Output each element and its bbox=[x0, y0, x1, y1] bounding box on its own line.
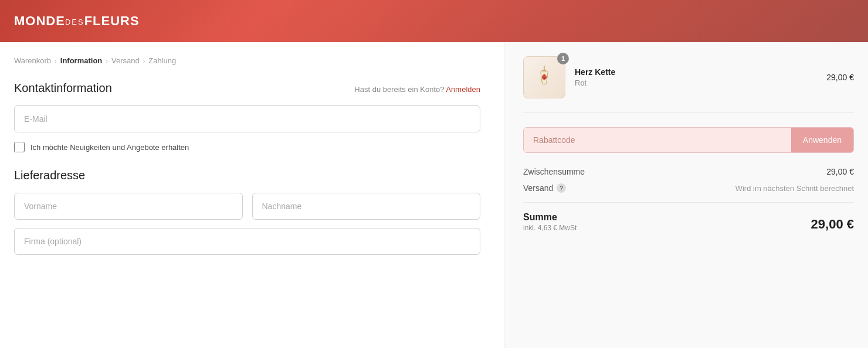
email-row bbox=[14, 105, 480, 132]
address-title: Lieferadresse bbox=[14, 169, 480, 182]
contact-section-header: Kontaktinformation Hast du bereits ein K… bbox=[14, 81, 480, 95]
newsletter-row: Ich möchte Neuigkeiten und Angebote erha… bbox=[14, 142, 480, 152]
chevron-icon-1: › bbox=[55, 57, 57, 64]
discount-row: Anwenden bbox=[523, 127, 854, 153]
product-name: Herz Kette bbox=[575, 67, 817, 77]
product-quantity-badge: 1 bbox=[557, 53, 569, 64]
newsletter-checkbox[interactable] bbox=[14, 142, 25, 152]
product-thumbnail-svg bbox=[531, 64, 557, 90]
svg-point-3 bbox=[544, 78, 545, 79]
firstname-wrap bbox=[14, 193, 243, 220]
firstname-field[interactable] bbox=[14, 193, 243, 220]
contact-title: Kontaktinformation bbox=[14, 81, 112, 95]
svg-point-2 bbox=[545, 76, 547, 77]
chevron-icon-3: › bbox=[143, 57, 145, 64]
breadcrumb-warenkorb[interactable]: Warenkorb bbox=[14, 56, 51, 65]
summary-divider bbox=[523, 202, 854, 203]
product-info: Herz Kette Rot bbox=[575, 67, 817, 87]
shipping-help-icon[interactable]: ? bbox=[557, 183, 566, 193]
order-summary-panel: 1 Herz Kette Rot 29,00 € Anwenden Zwisch… bbox=[504, 42, 868, 348]
shipping-value: Wird im nächsten Schritt berechnet bbox=[735, 184, 854, 193]
product-price: 29,00 € bbox=[826, 73, 854, 82]
total-row: Summe inkl. 4,63 € MwSt 29,00 € bbox=[523, 212, 854, 232]
shipping-label: Versand ? bbox=[523, 183, 566, 193]
lastname-field[interactable] bbox=[252, 193, 481, 220]
site-header: MONDEDESFLEURS bbox=[0, 0, 868, 42]
product-variant: Rot bbox=[575, 79, 817, 87]
total-sublabel: inkl. 4,63 € MwSt bbox=[523, 224, 577, 232]
breadcrumb: Warenkorb › Information › Versand › Zahl… bbox=[14, 56, 480, 65]
site-logo: MONDEDESFLEURS bbox=[14, 13, 140, 29]
name-row bbox=[14, 193, 480, 220]
main-layout: Warenkorb › Information › Versand › Zahl… bbox=[0, 42, 868, 348]
product-item: 1 Herz Kette Rot 29,00 € bbox=[523, 56, 854, 113]
product-image-wrap: 1 bbox=[523, 56, 565, 98]
breadcrumb-zahlung: Zahlung bbox=[148, 56, 176, 65]
checkout-form-panel: Warenkorb › Information › Versand › Zahl… bbox=[0, 42, 504, 348]
subtotal-value: 29,00 € bbox=[826, 167, 854, 176]
breadcrumb-versand: Versand bbox=[111, 56, 140, 65]
lastname-wrap bbox=[252, 193, 481, 220]
subtotal-row: Zwischensumme 29,00 € bbox=[523, 167, 854, 176]
total-price: 29,00 € bbox=[811, 217, 854, 232]
company-field[interactable] bbox=[14, 228, 480, 255]
total-label-wrap: Summe inkl. 4,63 € MwSt bbox=[523, 212, 577, 232]
company-row bbox=[14, 228, 480, 255]
apply-discount-button[interactable]: Anwenden bbox=[791, 128, 853, 152]
newsletter-label[interactable]: Ich möchte Neuigkeiten und Angebote erha… bbox=[30, 143, 189, 152]
svg-point-1 bbox=[542, 76, 543, 77]
chevron-icon-2: › bbox=[106, 57, 108, 64]
subtotal-label: Zwischensumme bbox=[523, 167, 585, 176]
sign-in-link[interactable]: Anmelden bbox=[446, 85, 480, 94]
discount-input[interactable] bbox=[524, 128, 791, 152]
breadcrumb-information: Information bbox=[60, 56, 103, 65]
total-label: Summe bbox=[523, 212, 577, 223]
shipping-row: Versand ? Wird im nächsten Schritt berec… bbox=[523, 183, 854, 193]
svg-rect-4 bbox=[542, 70, 546, 71]
contact-hint: Hast du bereits ein Konto? Anmelden bbox=[354, 85, 480, 94]
email-field[interactable] bbox=[14, 105, 480, 132]
